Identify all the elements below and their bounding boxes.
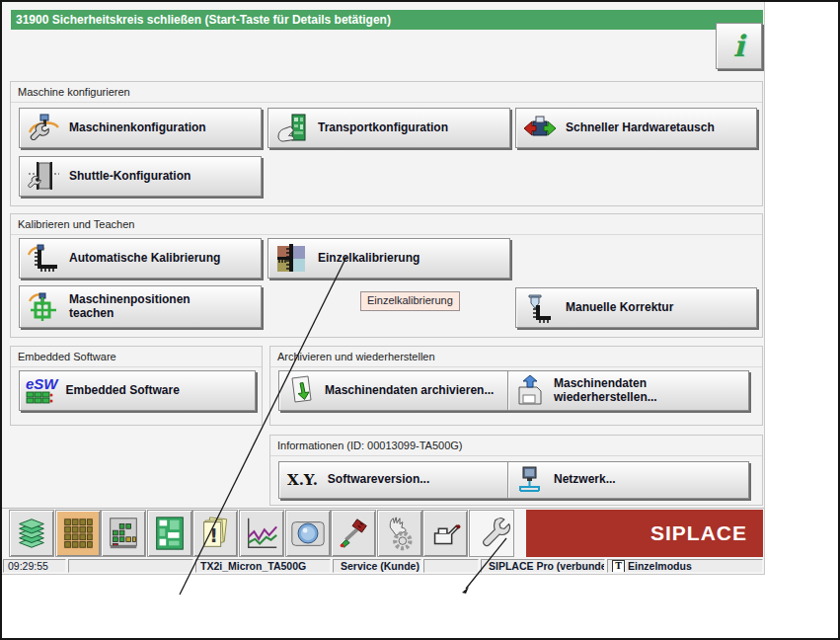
tooltip-einzelkalibrierung: Einzelkalibrierung: [360, 291, 460, 311]
pcb-layout-icon: [151, 515, 189, 552]
status-machine-name: TX2i_Micron_TA500G: [195, 559, 331, 573]
toolbar-trend-button[interactable]: [239, 510, 284, 557]
transport-config-icon: [275, 113, 309, 144]
status-time: 09:29:55: [3, 559, 66, 573]
status-empty-1: [68, 559, 193, 573]
status-mode: T Einzelmodus: [607, 559, 763, 573]
automatische-kalibrierung-button[interactable]: Automatische Kalibrierung: [19, 238, 262, 279]
callout-arrowhead: [462, 587, 469, 594]
button-label: Netzwerk...: [554, 473, 616, 487]
button-label: Automatische Kalibrierung: [69, 252, 220, 266]
status-user: Service (Kunde): [333, 559, 421, 573]
button-label: Schneller Hardwaretausch: [566, 121, 715, 135]
button-label: Maschinendaten wiederherstellen...: [554, 377, 748, 405]
section-embedded-label: Embedded Software: [11, 347, 262, 367]
einzelkalibrierung-button[interactable]: Einzelkalibrierung: [267, 238, 510, 279]
toolbar-camera-button[interactable]: [285, 510, 331, 557]
single-calibration-icon: [275, 243, 309, 275]
maschinendaten-archivieren-button[interactable]: Maschinendaten archivieren...: [278, 370, 508, 411]
button-label: Shuttle-Konfiguration: [69, 170, 191, 184]
section-archive: Archivieren und wiederherstellen Maschin…: [269, 346, 763, 426]
embedded-software-button[interactable]: eSW Embedded Software: [19, 370, 256, 411]
svg-text:!: !: [209, 524, 218, 546]
maschinendaten-wiederherstellen-button[interactable]: Maschinendaten wiederherstellen...: [507, 370, 749, 411]
manuelle-korrektur-button[interactable]: Manuelle Korrektur: [515, 287, 757, 328]
trend-chart-icon: [243, 515, 280, 552]
matrix-icon: [59, 515, 97, 552]
section-information-label: Informationen (ID: 00013099-TA500G): [270, 436, 762, 456]
maschinenkonfiguration-button[interactable]: Maschinenkonfiguration: [19, 108, 262, 148]
button-label: Softwareversion...: [328, 473, 429, 487]
camera-icon: [289, 515, 327, 552]
software-version-icon: X.Y.: [287, 471, 318, 489]
button-label: Maschinenpositionen teachen: [69, 293, 191, 321]
messages-icon: !: [196, 515, 234, 552]
status-message: 31900 Sicherheitskreis schließen (Start-…: [16, 13, 391, 27]
hand-gear-icon: [381, 515, 419, 552]
section-embedded-software: Embedded Software eSW Embedded Software: [10, 346, 263, 426]
button-label: Einzelkalibrierung: [318, 252, 420, 266]
toolbar-pcb-button[interactable]: [147, 510, 192, 557]
section-calibration: Kalibrieren und Teachen Automatische Kal…: [10, 213, 763, 338]
brand-logo: SIPLACE: [650, 521, 747, 545]
section-information: Informationen (ID: 00013099-TA500G) X.Y.…: [269, 435, 763, 506]
schneller-hardwaretausch-button[interactable]: Schneller Hardwaretausch: [515, 108, 757, 148]
screwdriver-icon: [335, 515, 372, 552]
status-connection: SIPLACE Pro (verbunden): [481, 559, 605, 573]
section-machine-configure: Maschine konfigurieren Maschinenkonfigur…: [10, 81, 763, 206]
toolbar-matrix-button[interactable]: [55, 510, 101, 557]
section-calibration-label: Kalibrieren und Teachen: [11, 214, 762, 235]
info-icon: i: [733, 32, 744, 61]
toolbar-screwdriver-button[interactable]: [331, 510, 376, 557]
toolbar-oilcan-button[interactable]: [422, 510, 468, 557]
esw-grid-icon: [26, 391, 53, 405]
shuttle-config-icon: [27, 161, 60, 193]
toolbar-hand-gear-button[interactable]: [377, 510, 422, 557]
shuttle-konfiguration-button[interactable]: Shuttle-Konfiguration: [19, 156, 262, 197]
toolbar-boards-button[interactable]: [9, 510, 54, 557]
archive-icon: [286, 375, 316, 407]
machine-config-icon: [27, 113, 60, 144]
button-label: Transportkonfiguration: [318, 121, 448, 135]
restore-icon: [515, 375, 545, 407]
mode-icon: T: [612, 560, 625, 573]
button-label: Embedded Software: [66, 384, 180, 398]
button-label: Maschinenkonfiguration: [69, 121, 206, 135]
network-icon: [515, 464, 545, 496]
toolbar-components-button[interactable]: [101, 510, 146, 557]
brand-bar: SIPLACE: [526, 510, 763, 557]
auto-calibration-icon: [27, 243, 60, 275]
wrench-icon: [473, 515, 510, 552]
maschinenpositionen-teachen-button[interactable]: Maschinenpositionen teachen: [19, 285, 262, 328]
oil-can-icon: [426, 515, 464, 552]
teach-positions-icon: [27, 291, 60, 323]
toolbar-machine-setup-button[interactable]: [469, 510, 514, 557]
netzwerk-button[interactable]: Netzwerk...: [507, 461, 749, 499]
screenshot-frame: 31900 Sicherheitskreis schließen (Start-…: [0, 0, 840, 640]
section-archive-label: Archivieren und wiederherstellen: [270, 347, 762, 367]
transportkonfiguration-button[interactable]: Transportkonfiguration: [267, 108, 510, 148]
machine-status-bar: 31900 Sicherheitskreis schließen (Start-…: [11, 10, 763, 30]
component-levels-icon: [105, 515, 142, 552]
softwareversion-button[interactable]: X.Y. Softwareversion...: [278, 461, 508, 499]
app-window: 31900 Sicherheitskreis schließen (Start-…: [2, 2, 765, 575]
status-empty-2: [423, 559, 479, 573]
manual-correction-icon: [523, 292, 557, 324]
button-label: Maschinendaten archivieren...: [325, 384, 494, 398]
hardware-swap-icon: [523, 113, 557, 144]
button-label: Manuelle Korrektur: [566, 301, 673, 315]
section-machine-label: Maschine konfigurieren: [11, 82, 762, 103]
info-button[interactable]: i: [716, 23, 762, 69]
toolbar-divider: [2, 508, 764, 509]
toolbar-messages-button[interactable]: !: [192, 510, 238, 557]
esw-icon: eSW: [26, 377, 58, 405]
boards-stack-icon: [13, 515, 50, 552]
